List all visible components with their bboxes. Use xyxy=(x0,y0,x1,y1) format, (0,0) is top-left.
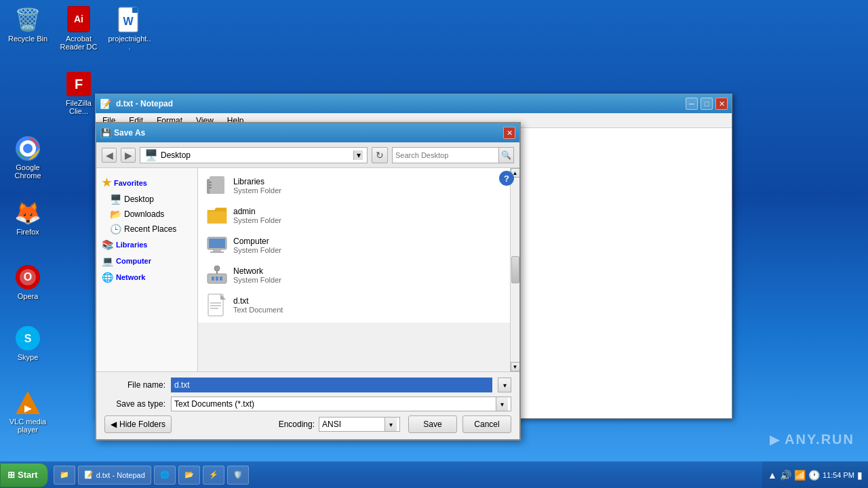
filetype-row: Save as type: Text Documents (*.txt) ▾ xyxy=(104,396,511,411)
search-box: 🔍 xyxy=(392,147,514,163)
notepad-minimize-btn[interactable]: ─ xyxy=(686,98,698,110)
desktop-icon-acrobat[interactable]: Ai Acrobat Reader DC xyxy=(54,3,103,54)
svg-rect-22 xyxy=(209,187,212,188)
downloads-nav-label: Downloads xyxy=(124,209,164,219)
hide-folders-label: Hide Folders xyxy=(119,420,165,429)
desktop-icon-recycle-bin[interactable]: 🗑️ Recycle Bin xyxy=(3,3,52,45)
notepad-title-text: d.txt - Notepad xyxy=(113,99,683,108)
tray-volume-icon[interactable]: 🔊 xyxy=(780,470,791,481)
notepad-taskbar-icon: 📝 xyxy=(84,470,94,479)
firefox-label: Firefox xyxy=(16,228,39,236)
recycle-bin-icon: 🗑️ xyxy=(14,6,41,33)
file-item-dtxt[interactable]: d.txt Text Document xyxy=(201,290,507,320)
desktop-icon-projectnight[interactable]: W projectnight... xyxy=(105,3,154,54)
dtxt-file-icon xyxy=(206,294,228,316)
admin-file-name: admin xyxy=(233,207,281,216)
opera-label: Opera xyxy=(18,292,39,300)
desktop-icon-skype[interactable]: S Skype xyxy=(3,322,52,364)
dtxt-file-info: d.txt Text Document xyxy=(233,296,283,314)
search-btn[interactable]: 🔍 xyxy=(498,148,513,163)
chrome-taskbar-icon: ⚡ xyxy=(209,470,218,479)
file-item-libraries[interactable]: Libraries System Folder xyxy=(201,171,507,201)
anyrun-watermark: ▶ ANY.RUN xyxy=(770,432,854,447)
file-pane-scrollbar[interactable]: ▲ ▼ xyxy=(510,168,519,371)
filetype-value: Text Documents (*.txt) xyxy=(174,399,254,409)
computer-file-info: Computer System Folder xyxy=(233,237,281,254)
desktop-icon-vlc[interactable]: ▶ VLC media player xyxy=(3,386,52,436)
libraries-file-icon xyxy=(206,175,228,197)
encoding-dropdown-arrow[interactable]: ▾ xyxy=(384,418,397,431)
skype-icon: S xyxy=(14,325,41,352)
scrollbar-thumb[interactable] xyxy=(511,256,519,283)
acrobat-label: Acrobat Reader DC xyxy=(57,35,100,51)
nav-recent-places[interactable]: 🕒 Recent Places xyxy=(96,222,197,237)
notepad-maximize-btn[interactable]: □ xyxy=(701,98,713,110)
bottom-actions: ◀ Hide Folders Encoding: ANSI ▾ Save Can… xyxy=(104,415,511,433)
firefox-icon: 🦊 xyxy=(14,199,41,226)
dialog-close-btn[interactable]: ✕ xyxy=(503,127,515,139)
nav-desktop[interactable]: 🖥️ Desktop xyxy=(96,192,197,207)
hide-folders-btn[interactable]: ◀ Hide Folders xyxy=(104,415,172,433)
favorites-label: Favorites xyxy=(114,179,147,187)
location-dropdown[interactable]: ▾ xyxy=(353,150,363,160)
desktop-nav-label: Desktop xyxy=(124,195,154,204)
nav-downloads[interactable]: 📂 Downloads xyxy=(96,207,197,222)
nav-forward-btn[interactable]: ▶ xyxy=(121,148,136,163)
file-item-admin[interactable]: admin System Folder xyxy=(201,201,507,230)
tray-show-desktop-icon[interactable]: ▮ xyxy=(857,470,863,481)
dtxt-file-type: Text Document xyxy=(233,306,283,314)
libraries-file-type: System Folder xyxy=(233,186,281,195)
shield-taskbar-icon: 🛡️ xyxy=(233,470,243,479)
folder-taskbar-icon: 📂 xyxy=(184,470,194,479)
nav-network[interactable]: 🌐 Network xyxy=(96,269,197,285)
desktop-icon-firefox[interactable]: 🦊 Firefox xyxy=(3,197,52,239)
save-btn[interactable]: Save xyxy=(408,415,457,433)
tray-network-icon[interactable]: 📶 xyxy=(794,470,806,481)
svg-rect-25 xyxy=(213,249,221,251)
filename-input[interactable] xyxy=(171,378,492,392)
nav-favorites[interactable]: ★ Favorites xyxy=(96,174,197,192)
network-file-icon xyxy=(206,264,228,286)
refresh-btn[interactable]: ↻ xyxy=(372,147,388,163)
filename-dropdown-btn[interactable]: ▾ xyxy=(498,378,511,392)
svg-rect-26 xyxy=(210,251,224,253)
search-input[interactable] xyxy=(393,148,498,163)
notepad-title-icon: 📝 xyxy=(100,98,111,109)
network-nav-icon: 🌐 xyxy=(102,272,113,283)
file-item-network[interactable]: Network System Folder xyxy=(201,260,507,290)
encoding-select[interactable]: ANSI ▾ xyxy=(319,417,400,432)
tray-arrow-icon[interactable]: ▲ xyxy=(768,470,777,481)
svg-point-10 xyxy=(23,144,33,153)
projectnight-icon: W xyxy=(116,6,143,33)
start-button[interactable]: ⊞ Start xyxy=(0,463,48,487)
nav-libraries[interactable]: 📚 Libraries xyxy=(96,237,197,253)
favorites-icon: ★ xyxy=(102,176,111,189)
svg-point-32 xyxy=(214,266,220,271)
scrollbar-down-btn[interactable]: ▼ xyxy=(511,362,520,371)
taskbar-items: 📁 📝 d.txt - Notepad 🌐 📂 ⚡ 🛡️ xyxy=(48,466,762,485)
acrobat-icon: Ai xyxy=(65,6,92,33)
taskbar-item-shield[interactable]: 🛡️ xyxy=(227,466,249,485)
file-item-computer[interactable]: Computer System Folder xyxy=(201,230,507,260)
desktop-icon-opera[interactable]: O Opera xyxy=(3,261,52,303)
taskbar-item-ie[interactable]: 🌐 xyxy=(154,466,176,485)
vlc-label: VLC media player xyxy=(6,418,50,434)
desktop-icon-chrome[interactable]: Google Chrome xyxy=(3,132,52,182)
taskbar-item-chrome[interactable]: ⚡ xyxy=(203,466,224,485)
taskbar-item-folder[interactable]: 📂 xyxy=(178,466,200,485)
taskbar-item-explorer[interactable]: 📁 xyxy=(54,466,75,485)
cancel-btn[interactable]: Cancel xyxy=(462,415,511,433)
filetype-select[interactable]: Text Documents (*.txt) ▾ xyxy=(171,396,511,411)
dialog-body: ★ Favorites 🖥️ Desktop 📂 Downloads 🕒 Rec… xyxy=(96,168,519,371)
network-file-name: Network xyxy=(233,266,281,276)
help-btn[interactable]: ? xyxy=(499,171,514,186)
nav-computer[interactable]: 💻 Computer xyxy=(96,253,197,269)
notepad-close-btn[interactable]: ✕ xyxy=(715,98,728,110)
projectnight-label: projectnight... xyxy=(108,35,151,51)
taskbar-item-notepad[interactable]: 📝 d.txt - Notepad xyxy=(78,466,151,485)
dialog-toolbar: ◀ ▶ 🖥️ Desktop ▾ ↻ 🔍 xyxy=(96,142,519,168)
svg-rect-24 xyxy=(209,239,225,248)
nav-back-btn[interactable]: ◀ xyxy=(102,148,117,163)
filetype-dropdown-arrow[interactable]: ▾ xyxy=(496,397,508,411)
libraries-nav-icon: 📚 xyxy=(102,239,113,250)
